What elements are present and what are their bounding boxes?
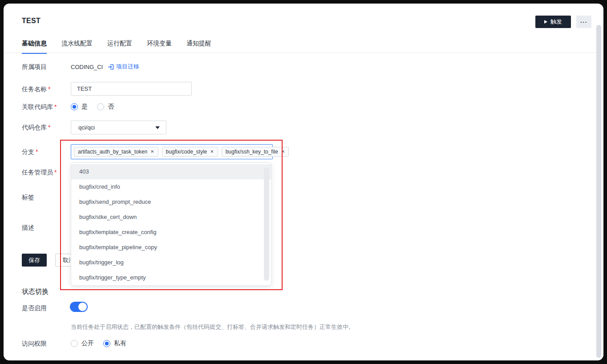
branch-tag: bugfix/code_style ✕ [162,147,218,157]
radio-no[interactable]: 否 [97,103,114,111]
trigger-button-label: 触发 [550,18,562,26]
enable-hint: 当前任务处于启用状态，已配置的触发条件（包括代码提交、打标签、合并请求触发和定时… [71,323,354,331]
more-button[interactable]: ··· [576,16,591,28]
page: TEST 触发 ··· 基础信息 流水线配置 运行配置 环境变量 通知提醒 所属… [4,4,603,360]
admin-label: 任务管理员* [22,169,57,177]
branch-tag: bugfix/ssh_key_to_file ✕ [222,147,289,157]
migrate-link-label: 项目迁移 [116,63,139,71]
enable-label: 是否启用 [22,304,47,312]
dropdown-option[interactable]: bugfix/cred_info [71,179,262,194]
radio-yes-label: 是 [81,103,88,111]
dropdown-option[interactable]: bugfix/trigger_log [71,255,262,270]
radio-public-label: 公开 [81,340,94,348]
radio-yes-circle [71,103,78,110]
branch-tag: artifacts_auth_by_task_token ✕ [74,147,158,157]
dropdown-option[interactable]: bugfix/stke_cert_down [71,210,262,225]
radio-private-circle [103,340,110,347]
tab-basic-info[interactable]: 基础信息 [22,39,47,54]
description-label: 描述 [22,224,34,232]
project-migrate-link[interactable]: 项目迁移 [108,63,139,71]
trigger-button[interactable]: 触发 [535,16,571,28]
radio-public-circle [71,340,78,347]
access-label: 访问权限 [22,340,47,348]
dropdown-option[interactable]: 403 [71,164,271,179]
chevron-down-icon [155,126,160,129]
page-title: TEST [22,17,40,25]
tab-pipeline-config[interactable]: 流水线配置 [61,39,93,54]
tag-field-label: 标签 [22,194,34,202]
project-value: CODING_CI [71,64,103,70]
branch-multiselect[interactable]: artifacts_auth_by_task_token ✕ bugfix/co… [71,144,273,159]
play-icon [544,20,547,24]
remove-icon[interactable]: ✕ [210,150,214,154]
dropdown-option[interactable]: bugfix/send_prompt_reduce [71,194,262,210]
task-name-input[interactable] [71,82,192,96]
dropdown-scrollbar[interactable] [264,167,269,281]
repo-select-value: qci/qci [78,124,155,131]
tabs-divider [4,53,603,53]
tab-notifications[interactable]: 通知提醒 [186,39,211,54]
status-section-title: 状态切换 [22,287,49,296]
link-repo-radio-group: 是 否 [71,103,114,111]
dropdown-option[interactable]: bugfix/trigger_type_empty [71,270,262,285]
branch-dropdown: 403 bugfix/cred_info bugfix/send_prompt_… [71,162,271,286]
dropdown-option[interactable]: bugfix/template_pipeline_copy [71,240,262,255]
radio-public[interactable]: 公开 [71,340,94,348]
repo-label: 代码仓库* [22,124,50,132]
save-button[interactable]: 保存 [22,254,47,267]
remove-icon[interactable]: ✕ [281,150,285,154]
branch-label: 分支* [22,148,38,156]
radio-no-label: 否 [108,103,114,111]
enable-toggle[interactable] [70,302,88,312]
branch-tag-label: bugfix/code_style [166,149,207,155]
task-name-label: 任务名称* [22,85,50,93]
tab-env-vars[interactable]: 环境变量 [147,39,172,54]
link-repo-label: 关联代码库* [22,103,57,111]
access-radio-group: 公开 私有 [71,340,126,348]
migrate-icon [108,64,114,70]
radio-private-label: 私有 [114,340,126,348]
branch-tag-label: bugfix/ssh_key_to_file [226,149,278,155]
project-label: 所属项目 [22,63,47,71]
radio-no-circle [97,103,104,110]
radio-yes[interactable]: 是 [71,103,88,111]
page-scrollbar[interactable] [596,25,601,358]
dropdown-option[interactable]: bugfix/template_create_config [71,225,262,240]
repo-select[interactable]: qci/qci [71,121,166,134]
tab-run-config[interactable]: 运行配置 [107,39,132,54]
tab-bar: 基础信息 流水线配置 运行配置 环境变量 通知提醒 [22,39,211,54]
remove-icon[interactable]: ✕ [150,150,154,154]
branch-tag-label: artifacts_auth_by_task_token [78,149,147,155]
radio-private[interactable]: 私有 [103,340,126,348]
toggle-knob [78,303,87,311]
